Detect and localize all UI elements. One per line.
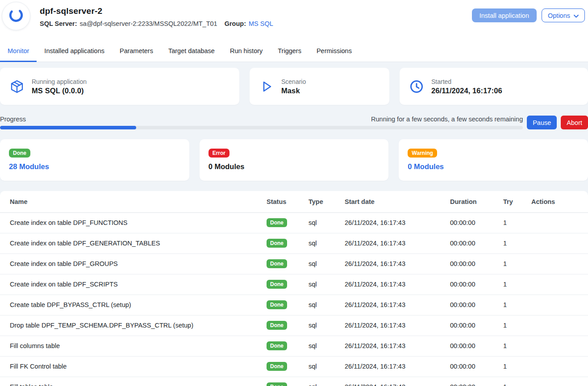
cell-actions	[531, 336, 588, 356]
abort-button[interactable]: Abort	[561, 116, 588, 129]
options-button-label: Options	[548, 12, 570, 19]
status-badge: Done	[267, 382, 287, 386]
pause-button[interactable]: Pause	[527, 116, 557, 129]
tab-installed-applications[interactable]: Installed applications	[37, 40, 112, 62]
clock-icon	[409, 79, 424, 94]
cell-name: Create index on table DPF_SCRIPTS	[0, 274, 267, 295]
cell-duration: 00:00:00	[450, 356, 503, 377]
cell-type: sql	[309, 212, 345, 233]
status-badge: Done	[267, 239, 287, 248]
table-row: Create index on table DPF_GROUPS Done sq…	[0, 253, 588, 274]
cell-duration: 00:00:00	[450, 315, 503, 336]
status-badge: Done	[267, 218, 287, 227]
cell-actions	[531, 212, 588, 233]
cell-actions	[531, 315, 588, 336]
tab-parameters[interactable]: Parameters	[112, 40, 161, 62]
started-value: 26/11/2024, 16:17:06	[431, 87, 502, 95]
cell-actions	[531, 274, 588, 295]
cell-start-date: 26/11/2024, 16:17:43	[345, 377, 450, 386]
modules-table-card: Name Status Type Start date Duration Try…	[0, 191, 588, 386]
cell-type: sql	[309, 253, 345, 274]
cell-try: 1	[503, 377, 531, 386]
tab-run-history[interactable]: Run history	[222, 40, 270, 62]
col-header-actions: Actions	[531, 191, 588, 212]
cell-type: sql	[309, 295, 345, 315]
cell-start-date: 26/11/2024, 16:17:43	[345, 233, 450, 253]
cell-try: 1	[503, 233, 531, 253]
options-button[interactable]: Options	[542, 8, 585, 22]
cell-name: Create index on table DPF_GENERATION_TAB…	[0, 233, 267, 253]
cell-try: 1	[503, 212, 531, 233]
col-header-try: Try	[503, 191, 531, 212]
table-row: Create table DPF_BYPASS_CTRL (setup) Don…	[0, 295, 588, 315]
cell-duration: 00:00:00	[450, 295, 503, 315]
cell-start-date: 26/11/2024, 16:17:43	[345, 274, 450, 295]
done-modules-card: Done 28 Modules	[0, 139, 189, 181]
scenario-card: Scenario Mask	[250, 68, 389, 105]
progress-bar-fill	[0, 126, 136, 129]
cell-try: 1	[503, 295, 531, 315]
package-icon	[10, 79, 24, 94]
progress-bar-track	[0, 126, 523, 129]
tab-permissions[interactable]: Permissions	[309, 40, 359, 62]
tab-triggers[interactable]: Triggers	[270, 40, 309, 62]
table-row: Fill FK Control table Done sql 26/11/202…	[0, 356, 588, 377]
group-link[interactable]: MS SQL	[249, 20, 273, 27]
col-header-status: Status	[267, 191, 309, 212]
col-header-name: Name	[0, 191, 267, 212]
status-badge: Done	[267, 280, 287, 289]
cell-type: sql	[309, 315, 345, 336]
scenario-value: Mask	[281, 87, 306, 95]
progress-status-text: Running for a few seconds, a few seconds…	[371, 116, 523, 123]
table-row: Fill tables table Done sql 26/11/2024, 1…	[0, 377, 588, 386]
cell-actions	[531, 253, 588, 274]
error-badge: Error	[209, 149, 229, 158]
install-application-button[interactable]: Install application	[472, 8, 537, 22]
cell-try: 1	[503, 336, 531, 356]
warning-modules-link[interactable]: 0 Modules	[408, 162, 588, 171]
cell-start-date: 26/11/2024, 16:17:43	[345, 315, 450, 336]
status-badge: Done	[267, 321, 287, 330]
cell-actions	[531, 377, 588, 386]
monitor-content: Running application MS SQL (0.0.0) Scena…	[0, 62, 588, 386]
table-row: Fill columns table Done sql 26/11/2024, …	[0, 336, 588, 356]
tab-monitor[interactable]: Monitor	[0, 40, 37, 62]
done-badge: Done	[9, 149, 30, 158]
cell-actions	[531, 233, 588, 253]
cell-duration: 00:00:00	[450, 336, 503, 356]
tab-target-database[interactable]: Target database	[161, 40, 222, 62]
cell-try: 1	[503, 356, 531, 377]
module-cards-row: Done 28 Modules Error 0 Modules Warning …	[0, 139, 588, 181]
cell-start-date: 26/11/2024, 16:17:43	[345, 295, 450, 315]
cell-start-date: 26/11/2024, 16:17:43	[345, 212, 450, 233]
cell-name: Create index on table DPF_FUNCTIONS	[0, 212, 267, 233]
page-title: dpf-sqlserver-2	[40, 6, 273, 16]
cell-duration: 00:00:00	[450, 212, 503, 233]
cell-try: 1	[503, 253, 531, 274]
error-modules-count: 0 Modules	[209, 162, 389, 171]
started-label: Started	[431, 78, 502, 85]
cell-name: Fill columns table	[0, 336, 267, 356]
cell-start-date: 26/11/2024, 16:17:43	[345, 253, 450, 274]
table-row: Create index on table DPF_FUNCTIONS Done…	[0, 212, 588, 233]
status-badge: Done	[267, 259, 287, 268]
col-header-type: Type	[309, 191, 345, 212]
cell-actions	[531, 356, 588, 377]
running-application-value: MS SQL (0.0.0)	[32, 87, 87, 95]
cell-type: sql	[309, 356, 345, 377]
col-header-duration: Duration	[450, 191, 503, 212]
cell-duration: 00:00:00	[450, 233, 503, 253]
cell-duration: 00:00:00	[450, 253, 503, 274]
done-modules-link[interactable]: 28 Modules	[9, 162, 189, 171]
cell-duration: 00:00:00	[450, 377, 503, 386]
modules-table: Name Status Type Start date Duration Try…	[0, 191, 588, 386]
warning-badge: Warning	[408, 149, 437, 158]
scenario-label: Scenario	[281, 78, 306, 85]
cell-try: 1	[503, 274, 531, 295]
table-row: Drop table DPF_TEMP_SCHEMA.DPF_BYPASS_CT…	[0, 315, 588, 336]
status-badge: Done	[267, 300, 287, 309]
tab-bar: Monitor Installed applications Parameter…	[0, 40, 588, 62]
chevron-down-icon	[574, 12, 579, 19]
connection-subtitle: SQL Server: sa@dpf-sqlserver-2:2233/MSSQ…	[40, 20, 273, 27]
cell-type: sql	[309, 336, 345, 356]
